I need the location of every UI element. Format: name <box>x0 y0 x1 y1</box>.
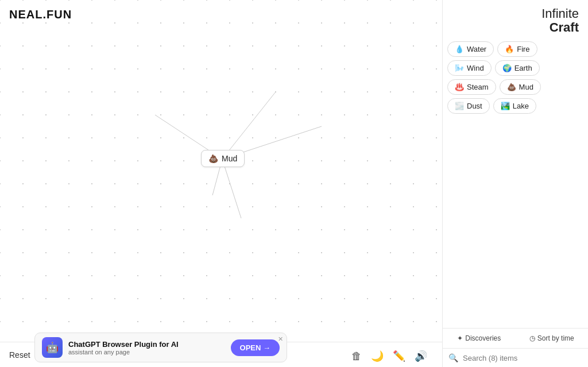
mud-emoji-btn: 💩 <box>507 83 516 91</box>
element-steam[interactable]: ♨️ Steam <box>447 79 496 95</box>
sort-icon: ◷ <box>529 334 535 342</box>
fire-emoji: 🔥 <box>505 45 514 53</box>
element-water[interactable]: 💧 Water <box>447 41 494 57</box>
sort-label: Sort by time <box>537 334 574 342</box>
edit-icon[interactable]: ✏️ <box>393 350 405 362</box>
element-fire[interactable]: 🔥 Fire <box>497 41 537 57</box>
tab-sort-by-time[interactable]: ◷ Sort by time <box>516 329 589 348</box>
ad-logo: 🤖 <box>42 337 63 358</box>
element-mud[interactable]: 💩 Mud <box>500 79 541 95</box>
mud-emoji: 💩 <box>208 154 218 163</box>
connection-lines <box>0 0 442 367</box>
steam-emoji: ♨️ <box>455 83 464 91</box>
canvas-area[interactable]: NEAL.FUN 💩 Mud <box>0 0 442 367</box>
fire-label: Fire <box>517 45 529 53</box>
discoveries-label: Discoveries <box>465 334 501 342</box>
sidebar-tabs: ✦ Discoveries ◷ Sort by time <box>443 329 588 349</box>
ad-title: ChatGPT Browser Plugin for AI <box>68 340 225 349</box>
element-wind[interactable]: 🌬️ Wind <box>447 60 492 76</box>
wind-emoji: 🌬️ <box>455 64 464 72</box>
lake-label: Lake <box>513 102 529 110</box>
wind-label: Wind <box>467 64 484 72</box>
toolbar-icons: 🗑 🌙 ✏️ 🔊 <box>351 350 427 362</box>
logo: NEAL.FUN <box>9 8 72 21</box>
dust-label: Dust <box>467 102 482 110</box>
ad-close-button[interactable]: ✕ <box>278 335 283 343</box>
search-icon: 🔍 <box>448 353 458 362</box>
svg-line-4 <box>222 159 241 218</box>
ad-open-button[interactable]: OPEN → <box>231 339 280 356</box>
element-dust[interactable]: 🌫️ Dust <box>447 98 490 114</box>
lake-emoji: 🏞️ <box>501 102 510 110</box>
element-lake[interactable]: 🏞️ Lake <box>493 98 536 114</box>
chatgpt-icon: 🤖 <box>46 341 59 354</box>
search-input[interactable] <box>463 354 582 362</box>
ad-subtitle: assistant on any page <box>68 349 225 356</box>
reset-button[interactable]: Reset <box>9 350 30 360</box>
title-craft: Craft <box>452 21 579 34</box>
svg-line-1 <box>222 92 276 159</box>
app-title: Infinite Craft <box>443 0 588 39</box>
ad-text: ChatGPT Browser Plugin for AI assistant … <box>68 340 225 356</box>
element-earth[interactable]: 🌍 Earth <box>495 60 540 76</box>
mud-label: Mud <box>222 154 237 163</box>
earth-emoji: 🌍 <box>502 64 512 72</box>
mud-label-btn: Mud <box>519 83 533 91</box>
water-label: Water <box>467 45 486 53</box>
elements-grid: 💧 Water 🔥 Fire 🌬️ Wind 🌍 Earth ♨️ Steam … <box>443 39 588 328</box>
ad-banner: 🤖 ChatGPT Browser Plugin for AI assistan… <box>34 333 287 362</box>
search-bar: 🔍 <box>443 349 588 367</box>
discoveries-icon: ✦ <box>457 334 463 342</box>
earth-label: Earth <box>514 64 532 72</box>
sidebar-bottom: ✦ Discoveries ◷ Sort by time 🔍 <box>443 328 588 367</box>
sidebar: Infinite Craft 💧 Water 🔥 Fire 🌬️ Wind 🌍 … <box>442 0 588 367</box>
water-emoji: 💧 <box>455 45 464 53</box>
sound-icon[interactable]: 🔊 <box>415 350 427 362</box>
delete-icon[interactable]: 🗑 <box>351 350 362 362</box>
dust-emoji: 🌫️ <box>455 102 464 110</box>
dark-mode-icon[interactable]: 🌙 <box>371 350 384 362</box>
mud-canvas-element[interactable]: 💩 Mud <box>201 150 245 167</box>
steam-label: Steam <box>467 83 489 91</box>
title-infinite: Infinite <box>452 7 579 21</box>
tab-discoveries[interactable]: ✦ Discoveries <box>443 329 516 348</box>
